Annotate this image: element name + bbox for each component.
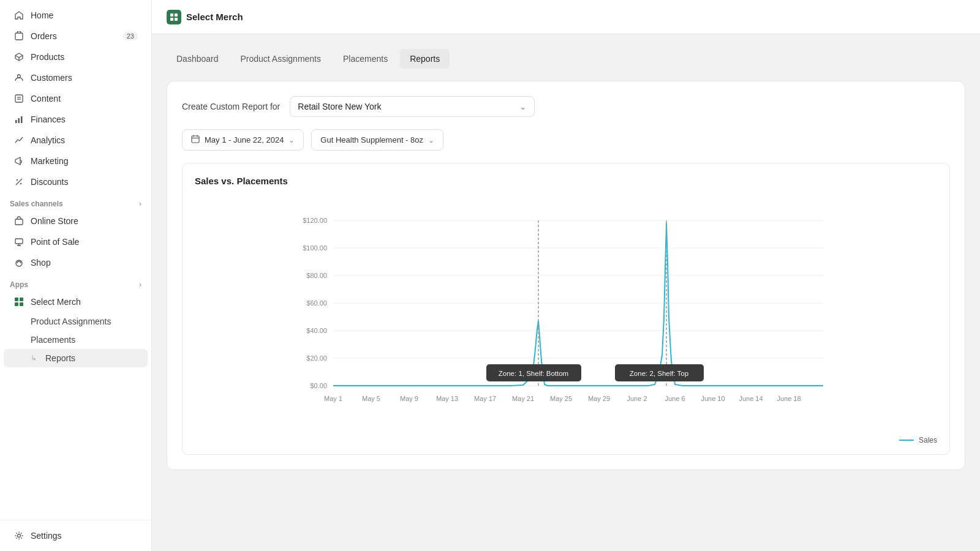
sidebar-item-products[interactable]: Products: [4, 47, 148, 67]
marketing-icon: [13, 156, 24, 167]
sidebar-nav: Home Orders 23 Products Customers Cont: [0, 0, 151, 372]
chart-title: Sales vs. Placements: [195, 176, 937, 186]
sidebar-item-home-label: Home: [31, 10, 53, 20]
analytics-icon: [13, 135, 24, 146]
svg-text:May 5: May 5: [362, 395, 380, 402]
svg-text:June 10: June 10: [701, 395, 725, 402]
svg-rect-7: [18, 118, 20, 123]
sidebar-item-online-store[interactable]: Online Store: [4, 211, 148, 231]
svg-text:June 6: June 6: [665, 395, 685, 402]
apps-chevron[interactable]: ›: [139, 280, 141, 289]
content-icon: [13, 93, 24, 104]
svg-rect-20: [20, 302, 23, 306]
reports-arrow-icon: ↳: [31, 354, 37, 362]
app-name-label: Select Merch: [186, 12, 243, 22]
customers-icon: [13, 72, 24, 83]
svg-point-10: [20, 183, 21, 184]
sidebar-item-online-store-label: Online Store: [31, 216, 78, 226]
sidebar-item-shop[interactable]: Shop: [4, 252, 148, 273]
product-filter-chevron-icon: ⌄: [428, 136, 434, 144]
svg-rect-13: [15, 239, 23, 244]
svg-text:June 14: June 14: [739, 395, 763, 402]
sidebar-item-customers[interactable]: Customers: [4, 67, 148, 88]
store-select-dropdown[interactable]: Retail Store New York ⌄: [290, 96, 535, 117]
report-header: Create Custom Report for Retail Store Ne…: [182, 96, 950, 117]
product-filter-value: Gut Health Supplement - 8oz: [320, 135, 423, 144]
legend-sales-label: Sales: [919, 436, 937, 444]
sales-channels-section: Sales channels ›: [0, 192, 151, 211]
svg-rect-25: [175, 18, 178, 21]
apps-label: Apps: [10, 280, 28, 289]
sales-channels-label: Sales channels: [10, 200, 63, 208]
store-select-chevron-icon: ⌄: [519, 102, 527, 111]
tab-reports[interactable]: Reports: [400, 49, 450, 69]
sidebar-item-discounts[interactable]: Discounts: [4, 171, 148, 192]
sidebar-sub-placements[interactable]: Placements: [4, 331, 148, 349]
sidebar: Home Orders 23 Products Customers Cont: [0, 0, 152, 551]
svg-text:$80.00: $80.00: [306, 272, 327, 279]
sidebar-item-marketing-label: Marketing: [31, 156, 68, 166]
sales-channels-chevron[interactable]: ›: [139, 200, 141, 208]
date-range-filter[interactable]: May 1 - June 22, 2024 ⌄: [182, 129, 304, 151]
sidebar-item-analytics[interactable]: Analytics: [4, 130, 148, 151]
sidebar-item-shop-label: Shop: [31, 258, 51, 268]
svg-text:May 21: May 21: [512, 395, 534, 402]
pos-icon: [13, 236, 24, 247]
svg-text:$20.00: $20.00: [306, 354, 327, 362]
sidebar-item-orders[interactable]: Orders 23: [4, 26, 148, 47]
main: Select Merch Dashboard Product Assignmen…: [152, 0, 980, 551]
svg-text:$0.00: $0.00: [310, 382, 327, 389]
sidebar-item-select-merch[interactable]: Select Merch: [4, 291, 148, 312]
home-icon: [13, 10, 24, 21]
svg-rect-8: [21, 116, 23, 123]
svg-text:May 17: May 17: [474, 395, 496, 402]
svg-text:May 9: May 9: [400, 395, 418, 402]
date-range-value: May 1 - June 22, 2024: [205, 135, 284, 144]
sidebar-settings-label: Settings: [31, 531, 62, 541]
sidebar-item-select-merch-label: Select Merch: [31, 297, 81, 307]
svg-rect-0: [15, 33, 23, 40]
products-icon: [13, 51, 24, 62]
svg-rect-3: [15, 95, 23, 102]
app-logo-icon: [167, 10, 181, 24]
svg-text:May 25: May 25: [550, 395, 572, 402]
sidebar-item-home[interactable]: Home: [4, 5, 148, 26]
svg-rect-19: [15, 302, 18, 306]
chart-svg-wrapper: $120.00 $100.00 $80.00 $60.00 $40.00 $20…: [195, 196, 937, 431]
orders-icon: [13, 31, 24, 42]
chart-legend: Sales: [195, 436, 937, 444]
sidebar-item-content[interactable]: Content: [4, 88, 148, 109]
svg-text:May 29: May 29: [588, 395, 610, 402]
svg-rect-26: [192, 136, 199, 143]
sidebar-item-pos[interactable]: Point of Sale: [4, 231, 148, 252]
sidebar-sub-product-assignments[interactable]: Product Assignments: [4, 312, 148, 331]
tab-dashboard[interactable]: Dashboard: [167, 49, 228, 69]
svg-text:June 2: June 2: [627, 395, 647, 402]
sidebar-item-pos-label: Point of Sale: [31, 237, 79, 247]
discounts-icon: [13, 176, 24, 187]
sidebar-item-orders-label: Orders: [31, 31, 57, 41]
svg-text:$40.00: $40.00: [306, 327, 327, 334]
sidebar-item-products-label: Products: [31, 52, 64, 62]
chart-svg: $120.00 $100.00 $80.00 $60.00 $40.00 $20…: [195, 196, 937, 429]
svg-rect-12: [15, 219, 23, 225]
chart-container: Sales vs. Placements $120.00 $100.00: [182, 163, 950, 455]
sidebar-item-marketing[interactable]: Marketing: [4, 151, 148, 171]
sidebar-sub-reports[interactable]: ↳ Reports: [4, 349, 148, 367]
svg-text:May 13: May 13: [436, 395, 458, 402]
svg-rect-24: [170, 18, 173, 21]
top-bar: Select Merch: [152, 0, 980, 34]
svg-point-9: [17, 179, 18, 181]
sidebar-item-finances[interactable]: Finances: [4, 109, 148, 130]
tab-product-assignments[interactable]: Product Assignments: [231, 49, 331, 69]
sidebar-item-discounts-label: Discounts: [31, 177, 68, 187]
tab-placements[interactable]: Placements: [333, 49, 398, 69]
settings-icon: [13, 530, 24, 541]
sales-line: [333, 223, 823, 386]
sidebar-item-customers-label: Customers: [31, 73, 72, 83]
online-store-icon: [13, 216, 24, 227]
sidebar-item-settings[interactable]: Settings: [4, 525, 148, 546]
product-filter[interactable]: Gut Health Supplement - 8oz ⌄: [311, 129, 443, 151]
sidebar-item-analytics-label: Analytics: [31, 135, 65, 145]
svg-point-21: [18, 534, 21, 538]
